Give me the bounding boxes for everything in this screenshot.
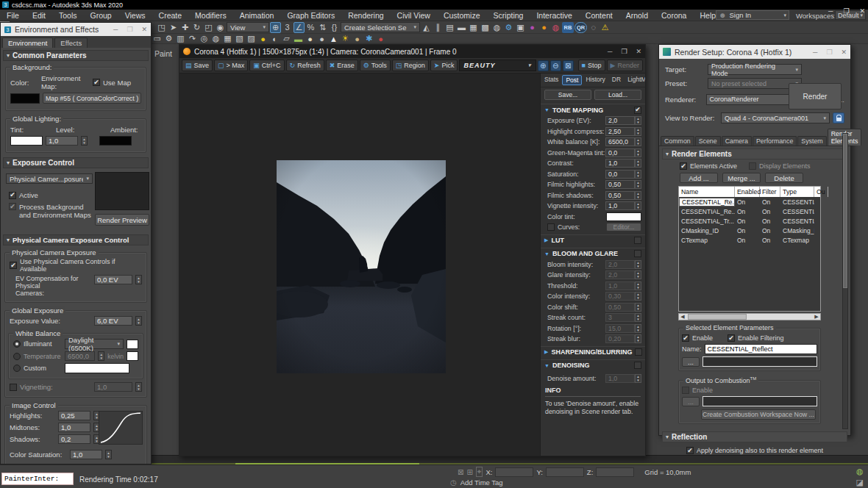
spinner[interactable]: [635, 292, 641, 301]
table-h-scrollbar[interactable]: ◀▶: [678, 313, 821, 320]
view-dropdown[interactable]: View▾: [227, 22, 269, 32]
menu-civil-view[interactable]: Civil View: [391, 11, 437, 20]
elements-add-button[interactable]: Add ...: [680, 173, 718, 183]
col-output[interactable]: Ou: [814, 187, 828, 197]
elements-active-checkbox[interactable]: [680, 162, 687, 170]
schematic-view-icon[interactable]: ▩: [480, 22, 491, 33]
tab-history[interactable]: History: [583, 75, 608, 85]
temperature-spinner[interactable]: [98, 351, 104, 361]
white-balance-field[interactable]: 6500,0: [605, 137, 635, 146]
vfb-tools-button[interactable]: ⚙Tools: [360, 60, 391, 71]
spinner[interactable]: [635, 260, 641, 269]
denoising-section-header[interactable]: ▼DENOISING: [541, 359, 645, 371]
menu-animation[interactable]: Animation: [233, 11, 281, 20]
exposure-control-dropdown[interactable]: Physical Camer...posure Control▾: [6, 173, 93, 184]
snaps-toggle-icon[interactable]: 3: [282, 22, 293, 33]
apply-denoising-checkbox[interactable]: [686, 447, 694, 454]
table-row[interactable]: CESSENTIAL_Re...OnOnCESSENTIAL_...: [679, 207, 820, 216]
menu-interactive[interactable]: Interactive: [530, 11, 578, 20]
menu-views[interactable]: Views: [118, 11, 152, 20]
streak-count-field[interactable]: 3: [605, 313, 635, 322]
x-coordinate-field[interactable]: [495, 467, 533, 477]
selection-region-icon[interactable]: ◳: [156, 22, 167, 33]
vfb-refresh-button[interactable]: ↻Refresh: [286, 60, 324, 71]
teapot-render-icon[interactable]: ◍: [210, 33, 221, 44]
spinner[interactable]: [635, 137, 641, 146]
vfb-save-button[interactable]: ▤Save: [182, 60, 213, 71]
render-teapot-icon[interactable]: ◍: [856, 467, 864, 476]
enable-filtering-checkbox[interactable]: [728, 334, 735, 342]
rs-maximize-button[interactable]: ❒: [826, 49, 832, 56]
col-filter[interactable]: Filter: [760, 187, 780, 197]
sphere-cream-icon[interactable]: ●: [305, 33, 316, 44]
sphere-tan-icon[interactable]: ●: [352, 33, 363, 44]
menu-corona[interactable]: Corona: [655, 11, 693, 20]
element-name-field[interactable]: CESSENTIAL_Reflect: [705, 344, 817, 354]
rotation-field[interactable]: 15,0: [605, 324, 635, 333]
vfb-region-button[interactable]: ◳Region: [392, 60, 429, 71]
vfb-pick-button[interactable]: ➤Pick: [430, 60, 458, 71]
element-output-path-field[interactable]: [702, 356, 817, 367]
angle-snap-icon[interactable]: ∠: [294, 22, 305, 33]
display-elements-checkbox[interactable]: [749, 162, 756, 170]
lock-toggle-icon[interactable]: ⊞: [466, 468, 472, 476]
color-tint-swatch[interactable]: [606, 212, 641, 221]
rs-close-button[interactable]: ✕: [841, 49, 847, 56]
tab-common[interactable]: Common: [661, 136, 694, 146]
spinner-snap-icon[interactable]: ⇅: [317, 22, 328, 33]
tone-mapping-checkbox[interactable]: [634, 107, 641, 114]
ambient-swatch[interactable]: [99, 136, 132, 146]
exposure-value-spinner[interactable]: [135, 316, 142, 326]
render-elements-rollout[interactable]: ▾Render Elements: [662, 148, 847, 159]
menu-edit[interactable]: Edit: [26, 11, 52, 20]
sphere-red-icon[interactable]: ●: [375, 33, 386, 44]
menu-graph-editors[interactable]: Graph Editors: [280, 11, 341, 20]
spinner[interactable]: [635, 191, 641, 200]
spinner[interactable]: [635, 170, 641, 179]
sharpening-checkbox[interactable]: [635, 348, 642, 356]
ev-compensation-spinner[interactable]: [135, 275, 142, 284]
sign-in-dropdown[interactable]: ☻Sign In▾: [716, 10, 789, 20]
slab-icon[interactable]: ▬: [293, 33, 304, 44]
tab-scene[interactable]: Scene: [695, 136, 721, 146]
col-enabled[interactable]: Enabled: [735, 187, 760, 197]
exposure-value-field[interactable]: 6,0 EV: [94, 316, 132, 326]
camera-view-icon[interactable]: ▱: [281, 33, 292, 44]
spinner[interactable]: [635, 159, 641, 168]
mirror-icon[interactable]: ◭: [421, 22, 432, 33]
rs-v-scrollbar[interactable]: [842, 133, 848, 429]
vfb-maximize-button[interactable]: ❒: [621, 48, 627, 55]
warning-icon[interactable]: ⚠: [600, 22, 611, 33]
scroll-thumb[interactable]: [688, 314, 747, 320]
render-element-icon[interactable]: ◍: [550, 22, 561, 33]
render-elements-table[interactable]: Name Enabled Filter Type Ou CESSENTIAL_R…: [678, 186, 821, 312]
selection-lock-icon[interactable]: ⊠: [458, 468, 463, 476]
view-to-render-dropdown[interactable]: Quad 4 - CoronaCamera001▾: [721, 112, 830, 123]
scroll-thumb[interactable]: [843, 134, 847, 288]
illuminant-radio[interactable]: [13, 340, 21, 348]
render-online-icon[interactable]: ●: [538, 22, 549, 33]
highlight-compress-field[interactable]: 2,50: [605, 127, 635, 136]
stop-render-button[interactable]: ■Stop: [578, 60, 605, 71]
level-spinner[interactable]: [81, 136, 88, 146]
viewport-lock-button[interactable]: [833, 112, 844, 123]
spinner[interactable]: [635, 281, 641, 290]
arc-rotate-icon[interactable]: ↷: [187, 33, 198, 44]
active-checkbox[interactable]: [9, 192, 16, 199]
rs-minimize-button[interactable]: ─: [813, 49, 817, 56]
monitor-icon[interactable]: ▧: [234, 33, 245, 44]
custom-wb-radio[interactable]: [13, 365, 21, 372]
scroll-right-icon[interactable]: ▶: [813, 314, 820, 320]
create-selection-set-dropdown[interactable]: Create Selection Se▾: [341, 22, 420, 32]
menu-create[interactable]: Create: [152, 11, 189, 20]
zoom-in-icon[interactable]: ⊕: [538, 60, 549, 71]
saturation-field[interactable]: 0,0: [605, 170, 635, 179]
sphere-gray-icon[interactable]: ●: [316, 33, 327, 44]
temperature-color-swatch[interactable]: [127, 351, 138, 361]
rendered-frame-icon[interactable]: ▣: [515, 22, 526, 33]
common-parameters-rollout[interactable]: ▾Common Parameters: [3, 50, 149, 61]
menu-modifiers[interactable]: Modifiers: [188, 11, 233, 20]
color-saturation-field[interactable]: 1,0: [70, 450, 102, 459]
table-row[interactable]: CTexmapOnOnCTexmap: [679, 235, 820, 245]
lut-checkbox[interactable]: [634, 237, 641, 244]
